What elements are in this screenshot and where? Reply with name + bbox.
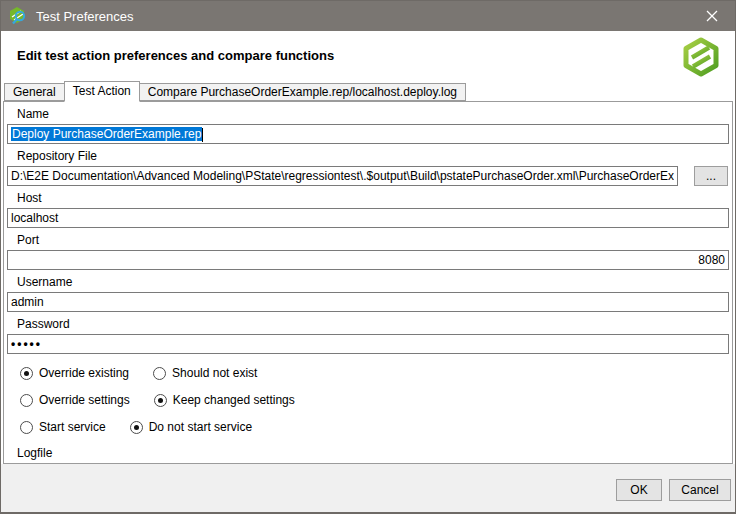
radio-should-not-exist[interactable]: Should not exist [153, 366, 257, 380]
password-label: Password [17, 318, 729, 331]
tab-general[interactable]: General [4, 83, 65, 101]
radio-button-icon [20, 394, 33, 407]
brand-hexagon-logo-icon [682, 37, 720, 77]
dialog-header: Edit test action preferences and compare… [1, 31, 735, 80]
logfile-browse-button[interactable]: ... [694, 463, 728, 464]
password-input[interactable] [7, 334, 729, 354]
radio-do-not-start-service[interactable]: Do not start service [130, 420, 252, 434]
radio-button-icon [20, 421, 33, 434]
radio-label: Start service [39, 420, 106, 434]
host-label: Host [17, 192, 729, 205]
ok-button[interactable]: OK [616, 479, 662, 501]
radio-label: Override existing [39, 366, 129, 380]
settings-options-row: Override settings Keep changed settings [20, 393, 729, 407]
radio-label: Do not start service [149, 420, 252, 434]
radio-override-existing[interactable]: Override existing [20, 366, 129, 380]
radio-button-icon [153, 367, 166, 380]
logfile-input[interactable] [7, 463, 678, 464]
close-button[interactable] [689, 1, 735, 31]
logfile-label: Logfile [17, 447, 729, 460]
test-preferences-dialog: Test Preferences Edit test action prefer… [0, 0, 736, 514]
repository-file-label: Repository File [17, 150, 729, 163]
radio-label: Keep changed settings [173, 393, 295, 407]
cancel-button[interactable]: Cancel [669, 479, 731, 501]
existing-options-row: Override existing Should not exist [20, 366, 729, 380]
titlebar[interactable]: Test Preferences [1, 1, 735, 31]
test-action-panel: Name Deploy PurchaseOrderExample.rep Rep… [3, 101, 733, 464]
name-input[interactable]: Deploy PurchaseOrderExample.rep [7, 124, 729, 144]
username-label: Username [17, 276, 729, 289]
tab-test-action[interactable]: Test Action [64, 81, 140, 102]
radio-button-icon [130, 421, 143, 434]
port-input[interactable] [7, 250, 729, 270]
service-options-row: Start service Do not start service [20, 420, 729, 434]
tab-bar: General Test Action Compare PurchaseOrde… [1, 80, 735, 101]
tab-compare[interactable]: Compare PurchaseOrderExample.rep/localho… [139, 83, 466, 101]
name-label: Name [17, 108, 729, 121]
text-caret [202, 128, 203, 142]
port-label: Port [17, 234, 729, 247]
radio-override-settings[interactable]: Override settings [20, 393, 130, 407]
radio-button-icon [20, 367, 33, 380]
repository-file-input[interactable] [7, 166, 678, 186]
dialog-header-title: Edit test action preferences and compare… [17, 48, 334, 63]
app-logo-icon [8, 6, 28, 26]
radio-keep-changed-settings[interactable]: Keep changed settings [154, 393, 295, 407]
radio-button-icon [154, 394, 167, 407]
deploy-options: Override existing Should not exist Overr… [20, 366, 729, 434]
name-input-selected-text: Deploy PurchaseOrderExample.rep [11, 127, 202, 141]
button-bar: OK Cancel [1, 464, 735, 512]
host-input[interactable] [7, 208, 729, 228]
username-input[interactable] [7, 292, 729, 312]
window-title: Test Preferences [36, 9, 689, 24]
radio-label: Override settings [39, 393, 130, 407]
radio-label: Should not exist [172, 366, 257, 380]
radio-start-service[interactable]: Start service [20, 420, 106, 434]
repository-file-browse-button[interactable]: ... [694, 166, 728, 186]
close-icon [706, 10, 718, 22]
